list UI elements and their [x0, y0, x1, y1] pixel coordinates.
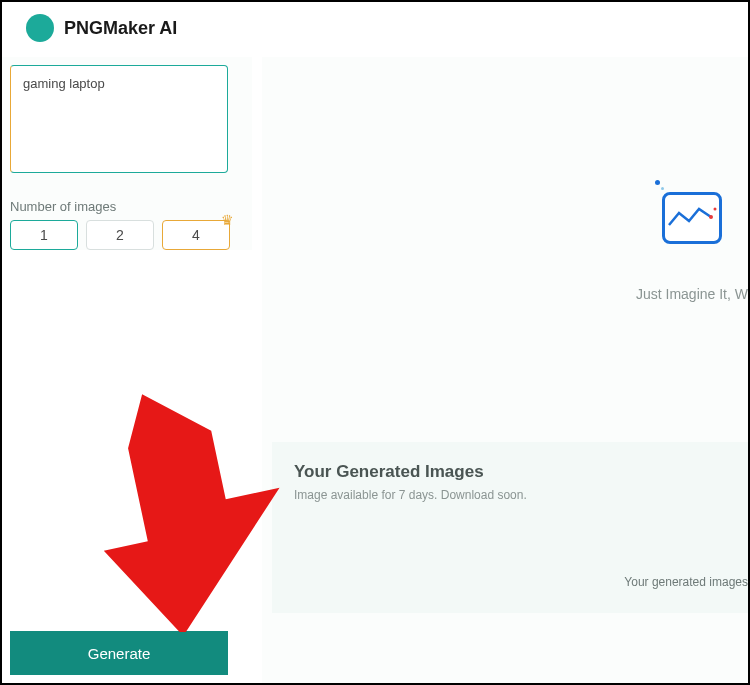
annotation-arrow-icon	[97, 387, 282, 632]
option-2[interactable]: 2	[86, 220, 154, 250]
generated-note: Your generated images	[624, 575, 748, 589]
num-images-label: Number of images	[10, 199, 244, 214]
generate-button[interactable]: Generate	[10, 631, 228, 675]
chart-icon	[662, 192, 722, 244]
svg-point-0	[709, 215, 713, 219]
sidebar: Number of images 1 2 4 ♛	[2, 57, 252, 250]
svg-marker-2	[97, 387, 282, 632]
tagline: Just Imagine It, W	[636, 286, 748, 302]
prompt-input[interactable]	[10, 65, 228, 173]
num-images-options: 1 2 4 ♛	[10, 220, 244, 250]
header: PNGMaker AI	[2, 2, 748, 54]
generated-images-section: Your Generated Images Image available fo…	[272, 442, 748, 613]
app-title: PNGMaker AI	[64, 18, 177, 39]
option-1[interactable]: 1	[10, 220, 78, 250]
main-area: Just Imagine It, W Your Generated Images…	[262, 57, 748, 683]
preview-hero: Just Imagine It, W	[636, 192, 748, 302]
generated-title: Your Generated Images	[294, 462, 726, 482]
option-4[interactable]: 4 ♛	[162, 220, 230, 250]
app-logo-icon	[26, 14, 54, 42]
option-4-label: 4	[192, 227, 200, 243]
crown-icon: ♛	[221, 212, 234, 228]
generated-subtitle: Image available for 7 days. Download soo…	[294, 488, 726, 502]
svg-point-1	[713, 208, 716, 211]
